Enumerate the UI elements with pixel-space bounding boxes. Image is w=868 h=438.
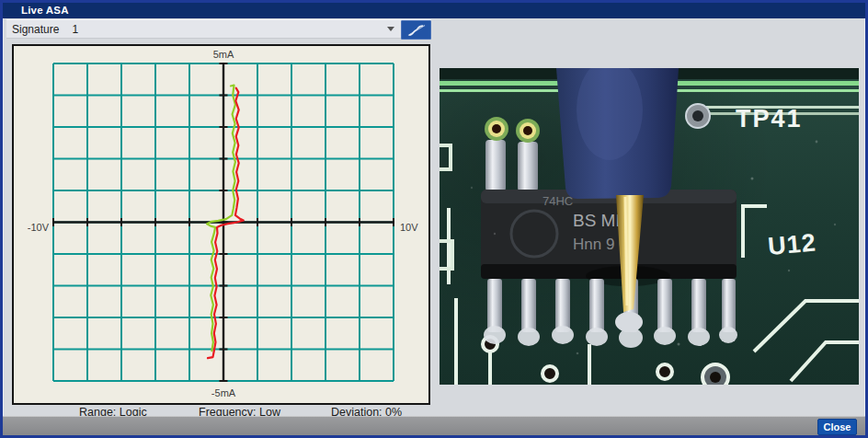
component-label: U12 [767,228,817,259]
signature-plot-panel: 5mA -5mA -10V 10V [12,44,430,405]
signature-curve-icon [407,24,426,37]
signature-value: 1 [72,23,78,36]
signature-label: Signature [12,23,59,36]
window-title: Live ASA [21,5,69,16]
chevron-down-icon [387,27,394,31]
y-axis-top-label: 5mA [213,49,234,60]
probe [556,68,679,199]
signature-select[interactable]: Signature 1 [6,20,400,38]
y-axis-bottom-label: -5mA [211,387,236,398]
test-point-label: TP41 [736,105,803,133]
title-bar[interactable]: Live ASA [3,3,865,18]
x-axis-left-label: -10V [28,222,50,233]
x-axis-right-label: 10V [400,222,418,233]
svg-text:74HC: 74HC [542,194,573,208]
pcb-photo: TP41 U12 74HC BS ME Hnn [440,68,859,385]
close-button[interactable]: Close [817,419,857,435]
dialog-footer: Close [3,416,865,436]
toolbar: Signature 1 [6,19,431,39]
pcb-camera-view: TP41 U12 74HC BS ME Hnn [440,68,859,385]
ic-chip: 74HC BS ME Hnn 9 G [481,190,737,286]
live-asa-dialog: Live ASA Signature 1 5mA -5mA -10V 10V R… [0,0,868,438]
signature-plot[interactable]: 5mA -5mA -10V 10V [14,46,428,403]
signature-trace-button[interactable] [401,20,431,40]
